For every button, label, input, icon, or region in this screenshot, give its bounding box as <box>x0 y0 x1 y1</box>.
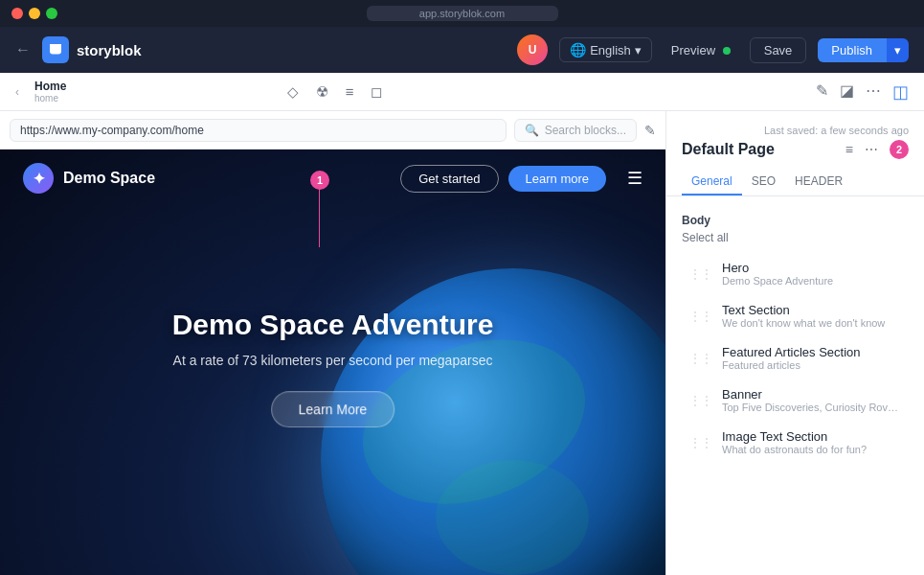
panel-title: Default Page <box>682 141 838 158</box>
panel-body: Body Select all ⋮⋮ Hero Demo Space Adven… <box>666 196 924 575</box>
secondary-nav-icons: ◇ ☢ ≡ ◻ <box>287 83 383 101</box>
traffic-lights <box>11 8 57 19</box>
last-saved-text: Last saved: a few seconds ago <box>682 125 909 136</box>
globe-icon: 🌐 <box>570 42 586 58</box>
compare-icon[interactable]: ◻ <box>371 83 382 101</box>
hero-subtitle: At a rate of 73 kilometers per second pe… <box>172 353 494 368</box>
section-label: Body <box>666 206 924 231</box>
close-button[interactable] <box>11 8 23 19</box>
sidebar-icon[interactable]: ◫ <box>892 81 909 103</box>
language-label: English <box>590 43 631 58</box>
panel-header: Last saved: a few seconds ago Default Pa… <box>666 111 924 196</box>
display-icon[interactable]: ◪ <box>840 81 854 103</box>
get-started-button[interactable]: Get started <box>400 165 498 193</box>
user-avatar[interactable]: U <box>517 34 548 65</box>
annotation-marker-2: 2 <box>890 140 909 159</box>
block-info-image-text-section: Image Text Section What do astronauts do… <box>722 429 901 455</box>
demo-logo-icon: ✦ <box>23 163 54 194</box>
block-name-hero: Hero <box>722 261 901 275</box>
block-desc-featured-articles: Featured articles <box>722 359 901 371</box>
diamond-icon[interactable]: ◇ <box>287 83 299 101</box>
demo-navbar: ✦ Demo Space Get started Learn more ☰ <box>0 150 665 207</box>
panel-header-top: Default Page ≡ ⋯ 2 <box>682 140 909 159</box>
annotation-marker-1: 1 <box>310 171 329 190</box>
annotation-line-1 <box>319 180 320 247</box>
breadcrumb-path: home <box>34 93 66 104</box>
block-info-banner: Banner Top Five Discoveries, Curiosity R… <box>722 387 901 413</box>
select-all-link[interactable]: Select all <box>666 231 924 252</box>
publish-button[interactable]: Publish <box>818 38 886 62</box>
demo-logo-text: Demo Space <box>63 170 155 187</box>
drag-handle-icon: ⋮⋮ <box>689 267 712 281</box>
preview-canvas: ✦ Demo Space Get started Learn more ☰ De… <box>0 150 665 575</box>
hamburger-icon[interactable]: ☰ <box>627 168 642 189</box>
edit-icon[interactable]: ✎ <box>644 123 656 138</box>
save-button[interactable]: Save <box>750 37 807 63</box>
comment-icon[interactable]: ☢ <box>316 83 328 101</box>
secondary-nav: ‹ Home home ◇ ☢ ≡ ◻ ✎ ◪ ⋯ ◫ <box>0 73 924 111</box>
publish-arrow-button[interactable]: ▾ <box>886 38 909 62</box>
block-item-hero[interactable]: ⋮⋮ Hero Demo Space Adventure <box>674 253 916 294</box>
block-info-hero: Hero Demo Space Adventure <box>722 261 901 287</box>
more-options-icon[interactable]: ⋯ <box>866 81 881 103</box>
main-layout: 🔍 Search blocks... ✎ ✦ Demo Space <box>0 111 924 575</box>
sliders-icon[interactable]: ≡ <box>346 83 354 100</box>
panel-more-icon[interactable]: ⋯ <box>865 142 878 157</box>
demo-logo: ✦ Demo Space <box>23 163 155 194</box>
search-icon: 🔍 <box>525 124 539 137</box>
breadcrumb: Home home <box>34 80 66 104</box>
block-item-text-section[interactable]: ⋮⋮ Text Section We don't know what we do… <box>674 295 916 336</box>
panel-settings-icon[interactable]: ≡ <box>845 142 853 157</box>
storyblok-logo-icon <box>42 36 69 63</box>
breadcrumb-chevron-icon: ‹ <box>15 85 19 99</box>
logo-text: storyblok <box>77 42 142 58</box>
block-desc-image-text-section: What do astronauts do for fun? <box>722 444 901 455</box>
hero-title: Demo Space Adventure <box>172 309 494 341</box>
editor-area: 🔍 Search blocks... ✎ ✦ Demo Space <box>0 111 665 575</box>
url-input[interactable] <box>10 119 507 142</box>
title-bar: app.storyblok.com <box>0 0 924 27</box>
block-info-text-section: Text Section We don't know what we don't… <box>722 303 901 329</box>
hero-content: Demo Space Adventure At a rate of 73 kil… <box>172 309 494 427</box>
back-button[interactable]: ← <box>15 41 31 58</box>
block-name-banner: Banner <box>722 387 901 402</box>
minimize-button[interactable] <box>29 8 40 19</box>
paintbrush-icon[interactable]: ✎ <box>816 81 828 103</box>
language-selector[interactable]: 🌐 English ▾ <box>559 37 652 62</box>
drag-handle-icon: ⋮⋮ <box>689 310 712 323</box>
right-panel: Last saved: a few seconds ago Default Pa… <box>665 111 924 575</box>
preview-frame: ✦ Demo Space Get started Learn more ☰ De… <box>0 150 665 575</box>
right-nav-icons: ✎ ◪ ⋯ ◫ <box>816 81 909 103</box>
maximize-button[interactable] <box>46 8 57 19</box>
block-info-featured-articles: Featured Articles Section Featured artic… <box>722 345 901 371</box>
tab-seo[interactable]: SEO <box>742 169 785 196</box>
tab-general[interactable]: General <box>682 169 742 196</box>
search-blocks-label: Search blocks... <box>545 124 626 137</box>
learn-more-nav-button[interactable]: Learn more <box>508 166 606 192</box>
block-desc-hero: Demo Space Adventure <box>722 275 901 287</box>
block-item-banner[interactable]: ⋮⋮ Banner Top Five Discoveries, Curiosit… <box>674 380 916 421</box>
block-name-image-text-section: Image Text Section <box>722 429 901 444</box>
block-name-text-section: Text Section <box>722 303 901 317</box>
editor-toolbar: 🔍 Search blocks... ✎ <box>0 111 665 150</box>
tab-header[interactable]: HEADER <box>785 169 852 196</box>
block-desc-banner: Top Five Discoveries, Curiosity Rover at… <box>722 402 901 413</box>
window-url: app.storyblok.com <box>367 6 558 21</box>
hero-cta-button[interactable]: Learn More <box>271 391 395 427</box>
search-blocks-button[interactable]: 🔍 Search blocks... <box>514 119 637 142</box>
logo-area: storyblok <box>42 36 142 63</box>
chevron-down-icon: ▾ <box>635 43 642 58</box>
logo-svg <box>47 41 64 58</box>
preview-status-dot <box>723 47 731 55</box>
demo-nav-buttons: Get started Learn more ☰ <box>400 165 642 193</box>
block-item-image-text-section[interactable]: ⋮⋮ Image Text Section What do astronauts… <box>674 422 916 463</box>
preview-button[interactable]: Preview <box>664 39 738 61</box>
drag-handle-icon: ⋮⋮ <box>689 436 712 449</box>
block-item-featured-articles[interactable]: ⋮⋮ Featured Articles Section Featured ar… <box>674 337 916 379</box>
drag-handle-icon: ⋮⋮ <box>689 352 712 365</box>
panel-tabs: General SEO HEADER <box>682 169 909 196</box>
publish-button-group: Publish ▾ <box>818 38 909 62</box>
panel-top-icons: ≡ ⋯ 2 <box>845 140 909 159</box>
top-nav: ← storyblok U 🌐 English ▾ Preview Save P… <box>0 27 924 73</box>
block-desc-text-section: We don't know what we don't know <box>722 317 901 329</box>
